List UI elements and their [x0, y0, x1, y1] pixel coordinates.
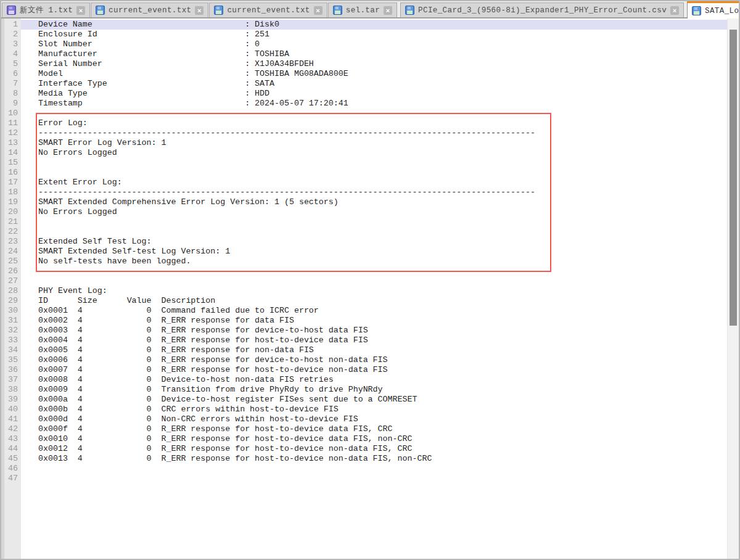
- code-line[interactable]: 6Model : TOSHIBA MG08ADA800E: [1, 69, 728, 79]
- code-line[interactable]: 320x0003 4 0 R_ERR response for device-t…: [1, 326, 728, 336]
- line-text: SMART Extended Comprehensive Error Log V…: [21, 197, 728, 207]
- code-line[interactable]: 380x0009 4 0 Transition from drive PhyRd…: [1, 385, 728, 395]
- tab-label: 新文件 1.txt: [20, 5, 73, 15]
- tab-label: current_event.txt: [109, 6, 191, 15]
- line-number: 7: [1, 79, 21, 89]
- code-line[interactable]: 22: [1, 227, 728, 237]
- code-line[interactable]: 310x0002 4 0 R_ERR response for data FIS: [1, 316, 728, 326]
- code-line[interactable]: 370x0008 4 0 Device-to-host non-data FIS…: [1, 375, 728, 385]
- code-line[interactable]: 3Slot Number : 0: [1, 39, 728, 49]
- code-line[interactable]: 15: [1, 158, 728, 168]
- code-line[interactable]: 450x0013 4 0 R_ERR response for host-to-…: [1, 454, 728, 464]
- line-number: 10: [1, 109, 21, 118]
- code-line[interactable]: 13SMART Error Log Version: 1: [1, 138, 728, 148]
- line-text: No Errors Logged: [21, 148, 728, 158]
- editor-content[interactable]: 1Device Name : Disk02Enclosure Id : 2513…: [1, 20, 728, 484]
- code-line[interactable]: 390x000a 4 0 Device-to-host register FIS…: [1, 395, 728, 405]
- code-line[interactable]: 330x0004 4 0 R_ERR response for host-to-…: [1, 336, 728, 345]
- line-number: 16: [1, 168, 21, 178]
- code-line[interactable]: 340x0005 4 0 R_ERR response for non-data…: [1, 345, 728, 355]
- line-number: 28: [1, 286, 21, 296]
- code-line[interactable]: 4Manufacturer : TOSHIBA: [1, 49, 728, 59]
- code-line[interactable]: 410x000d 4 0 Non-CRC errors within host-…: [1, 414, 728, 424]
- code-line[interactable]: 5Serial Number : X1J0A34BFDEH: [1, 59, 728, 69]
- code-line[interactable]: 18--------------------------------------…: [1, 187, 728, 197]
- code-line[interactable]: 29ID Size Value Description: [1, 296, 728, 306]
- code-line[interactable]: 24SMART Extended Self-test Log Version: …: [1, 247, 728, 257]
- code-line[interactable]: 25No self-tests have been logged.: [1, 257, 728, 266]
- code-line[interactable]: 8Media Type : HDD: [1, 89, 728, 99]
- tab-close-icon[interactable]: ×: [384, 6, 392, 15]
- vertical-scrollbar[interactable]: [727, 19, 739, 559]
- line-number: 23: [1, 237, 21, 247]
- save-icon: [96, 6, 105, 15]
- code-line[interactable]: 46: [1, 464, 728, 474]
- line-text: Media Type : HDD: [21, 89, 728, 99]
- line-text: 0x0008 4 0 Device-to-host non-data FIS r…: [21, 375, 728, 385]
- editor-pane[interactable]: 1Device Name : Disk02Enclosure Id : 2513…: [1, 19, 739, 559]
- line-number: 19: [1, 197, 21, 207]
- line-number: 40: [1, 405, 21, 414]
- line-number: 43: [1, 434, 21, 444]
- save-icon: [692, 6, 701, 15]
- code-line[interactable]: 14No Errors Logged: [1, 148, 728, 158]
- code-line[interactable]: 12--------------------------------------…: [1, 128, 728, 138]
- tab-label: SATA_Log: [705, 7, 740, 15]
- code-line[interactable]: 17Extent Error Log:: [1, 178, 728, 187]
- tab-close-icon[interactable]: ×: [195, 6, 204, 15]
- code-line[interactable]: 20No Errors Logged: [1, 207, 728, 217]
- line-text: 0x0006 4 0 R_ERR response for device-to-…: [21, 355, 728, 365]
- code-line[interactable]: 440x0012 4 0 R_ERR response for host-to-…: [1, 444, 728, 454]
- tab-close-icon[interactable]: ×: [670, 6, 679, 15]
- line-text: 0x0012 4 0 R_ERR response for host-to-de…: [21, 444, 728, 454]
- code-line[interactable]: 420x000f 4 0 R_ERR response for host-to-…: [1, 424, 728, 434]
- code-line[interactable]: 2Enclosure Id : 251: [1, 30, 728, 39]
- code-line[interactable]: 300x0001 4 0 Command failed due to ICRC …: [1, 306, 728, 316]
- tab-label: PCIe_Card_3_(9560-8i)_Expander1_PHY_Erro…: [418, 6, 667, 15]
- code-line[interactable]: 9Timestamp : 2024-05-07 17:20:41: [1, 99, 728, 109]
- line-text: 0x0013 4 0 R_ERR response for host-to-de…: [21, 454, 728, 464]
- line-number: 47: [1, 474, 21, 484]
- code-line[interactable]: 7Interface Type : SATA: [1, 79, 728, 89]
- code-line[interactable]: 27: [1, 276, 728, 286]
- code-line[interactable]: 21: [1, 217, 728, 227]
- code-line[interactable]: 16: [1, 168, 728, 178]
- line-text: PHY Event Log:: [21, 286, 728, 296]
- code-line[interactable]: 10: [1, 109, 728, 118]
- code-line[interactable]: 360x0007 4 0 R_ERR response for host-to-…: [1, 365, 728, 375]
- line-number: 36: [1, 365, 21, 375]
- code-line[interactable]: 23Extended Self Test Log:: [1, 237, 728, 247]
- code-line[interactable]: 28PHY Event Log:: [1, 286, 728, 296]
- tab-sel-tar[interactable]: sel.tar×: [328, 2, 397, 17]
- code-line[interactable]: 1Device Name : Disk0: [1, 20, 728, 30]
- scrollbar-thumb[interactable]: [730, 30, 737, 326]
- tab-sata_log[interactable]: SATA_Log×: [687, 1, 740, 19]
- line-text: [21, 464, 728, 474]
- line-number: 25: [1, 257, 21, 266]
- code-line[interactable]: 350x0006 4 0 R_ERR response for device-t…: [1, 355, 728, 365]
- code-line[interactable]: 430x0010 4 0 R_ERR response for host-to-…: [1, 434, 728, 444]
- line-text: [21, 158, 728, 168]
- line-text: 0x0005 4 0 R_ERR response for non-data F…: [21, 345, 728, 355]
- line-number: 20: [1, 207, 21, 217]
- line-number: 14: [1, 148, 21, 158]
- line-text: [21, 227, 728, 237]
- line-number: 12: [1, 128, 21, 138]
- line-text: ----------------------------------------…: [21, 128, 728, 138]
- line-text: 0x0010 4 0 R_ERR response for host-to-de…: [21, 434, 728, 444]
- save-icon: [7, 6, 16, 15]
- tab--1-txt[interactable]: 新文件 1.txt×: [2, 2, 90, 17]
- tab-close-icon[interactable]: ×: [76, 6, 85, 15]
- code-line[interactable]: 400x000b 4 0 CRC errors within host-to-d…: [1, 405, 728, 414]
- code-line[interactable]: 11Error Log:: [1, 118, 728, 128]
- code-line[interactable]: 47: [1, 474, 728, 484]
- tab-current_event-txt[interactable]: current_event.txt×: [209, 2, 327, 17]
- tab-current_event-txt[interactable]: current_event.txt×: [91, 2, 208, 17]
- tab-pcie_card_3_-9560-8i-_expander1_phy_error_count-csv[interactable]: PCIe_Card_3_(9560-8i)_Expander1_PHY_Erro…: [400, 2, 684, 17]
- line-number: 18: [1, 187, 21, 197]
- tab-close-icon[interactable]: ×: [314, 6, 323, 15]
- code-line[interactable]: 19SMART Extended Comprehensive Error Log…: [1, 197, 728, 207]
- line-text: 0x0009 4 0 Transition from drive PhyRdy …: [21, 385, 728, 395]
- code-line[interactable]: 26: [1, 266, 728, 276]
- line-text: [21, 109, 728, 118]
